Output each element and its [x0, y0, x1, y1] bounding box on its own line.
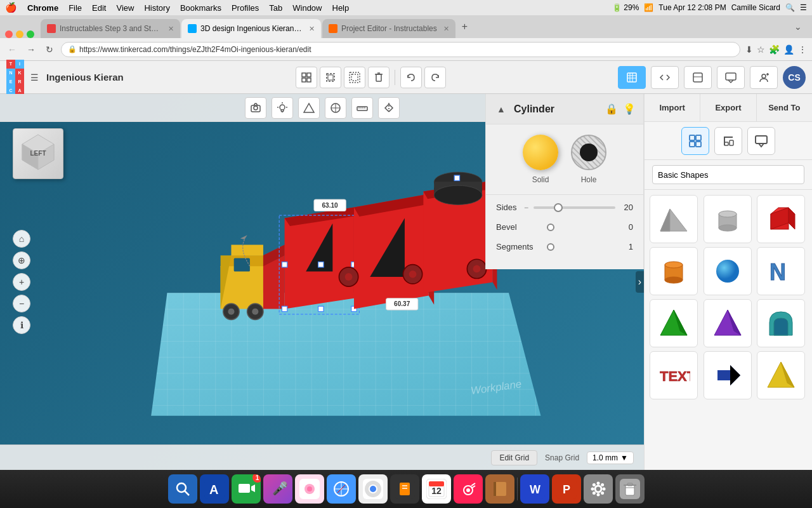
close-window-btn[interactable]	[5, 30, 13, 38]
menu-help[interactable]: Help	[332, 3, 350, 13]
align-btn[interactable]	[344, 67, 365, 88]
shape-item-box[interactable]	[757, 195, 805, 243]
view-sim-btn[interactable]	[684, 66, 712, 89]
redo-btn[interactable]	[424, 67, 446, 88]
menu-tab[interactable]: Tab	[269, 3, 282, 13]
menu-window[interactable]: Window	[292, 3, 322, 13]
export-btn[interactable]: Export	[700, 94, 756, 121]
dock-siri[interactable]: 🎤	[263, 474, 292, 504]
shape-tool-btn[interactable]	[298, 97, 320, 119]
tab-close-2[interactable]: ✕	[309, 25, 315, 33]
shape-item-arch-teal[interactable]	[757, 299, 805, 347]
dock-appstore[interactable]: A	[200, 474, 229, 504]
menu-edit[interactable]: Edit	[92, 3, 106, 13]
spotlight-icon[interactable]: 🔍	[785, 3, 795, 12]
cylinder-bulb-icon[interactable]: 💡	[623, 103, 636, 115]
apple-menu[interactable]: 🍎	[5, 2, 17, 13]
add-user-btn[interactable]	[750, 66, 778, 89]
shape-item-pyramid-purple[interactable]	[704, 299, 752, 347]
solid-option[interactable]: Solid	[523, 135, 558, 184]
sides-slider[interactable]	[534, 206, 615, 209]
align-tool-btn[interactable]	[325, 97, 346, 119]
tinkercad-logo[interactable]: T I N K E R C A	[6, 60, 25, 95]
hole-option[interactable]: Hole	[571, 135, 606, 184]
extensions-icon[interactable]: 🧩	[769, 44, 780, 55]
notification-icon[interactable]: ☰	[800, 3, 807, 12]
maximize-window-btn[interactable]	[27, 30, 34, 38]
dock: A 1 🎤 12 W	[0, 470, 812, 508]
send-to-btn[interactable]: Send To	[757, 94, 812, 121]
dock-trash[interactable]	[615, 474, 645, 504]
panel-scroll-handle[interactable]: ›	[636, 271, 644, 293]
shape-item-cylinder-orange[interactable]	[650, 247, 698, 295]
dock-book[interactable]	[485, 474, 514, 504]
dock-photos[interactable]	[295, 474, 324, 504]
bevel-dot[interactable]	[547, 224, 554, 231]
dock-powerpoint[interactable]: P	[552, 474, 581, 504]
ungroup-btn[interactable]	[320, 67, 341, 88]
back-btn[interactable]: ←	[5, 43, 19, 56]
shape-item-roof[interactable]	[650, 195, 698, 243]
shape-item-letter-n[interactable]: N	[757, 247, 805, 295]
cylinder-lock-icon[interactable]: 🔒	[605, 103, 618, 115]
hamburger-menu-btn[interactable]: ☰	[30, 72, 39, 83]
dock-word[interactable]: W	[520, 474, 549, 504]
menu-view[interactable]: View	[116, 3, 134, 13]
dock-facetime[interactable]: 1	[232, 474, 261, 504]
shape-item-cylinder[interactable]	[704, 195, 752, 243]
menu-file[interactable]: File	[69, 3, 82, 13]
mirror-tool-btn[interactable]	[378, 97, 400, 119]
view-3d-btn[interactable]	[618, 66, 646, 89]
dock-chrome[interactable]	[358, 474, 388, 504]
forward-btn[interactable]: →	[24, 43, 38, 56]
menu-bookmarks[interactable]: Bookmarks	[180, 3, 221, 13]
new-tab-btn[interactable]: +	[457, 21, 473, 32]
tab-tinkercad[interactable]: 3D design Ingenious Kieran | T ✕	[181, 19, 321, 38]
tab-project-editor[interactable]: Project Editor - Instructables ✕	[322, 19, 455, 38]
dock-calendar[interactable]: 12	[422, 474, 451, 504]
camera-tool-btn[interactable]	[245, 97, 266, 119]
profile-icon[interactable]: 👤	[783, 44, 794, 55]
tab-instructables[interactable]: Instructables Step 3 and Step... ✕	[41, 19, 180, 38]
view-chat-btn[interactable]	[717, 66, 745, 89]
dock-books[interactable]	[390, 474, 419, 504]
menu-history[interactable]: History	[144, 3, 169, 13]
minimize-window-btn[interactable]	[16, 30, 23, 38]
chrome-menu-icon[interactable]: ⋮	[798, 44, 807, 55]
panel-corner-icon-btn[interactable]	[714, 127, 742, 155]
basic-shapes-dropdown[interactable]: Basic Shapes	[652, 165, 804, 184]
tab-overflow-btn[interactable]: ⌄	[789, 22, 807, 32]
shape-item-text[interactable]: TEXT	[650, 351, 698, 399]
url-bar[interactable]: 🔒 https://www.tinkercad.com/things/eZJth…	[61, 42, 740, 57]
menu-profiles[interactable]: Profiles	[232, 3, 259, 13]
group-btn[interactable]	[296, 67, 317, 88]
panel-chat-icon-btn[interactable]	[747, 127, 775, 155]
shape-item-pyramid-green[interactable]	[650, 299, 698, 347]
dock-finder[interactable]	[168, 474, 197, 504]
view-codeblocks-btn[interactable]	[651, 66, 679, 89]
bookmark-star-icon[interactable]: ☆	[757, 44, 765, 55]
dock-settings[interactable]	[584, 474, 613, 504]
tab-close-3[interactable]: ✕	[443, 25, 449, 33]
dock-itunes[interactable]	[454, 474, 483, 504]
segments-dot[interactable]	[547, 243, 554, 251]
panel-grid-icon-btn[interactable]	[681, 127, 709, 155]
shape-item-pyramid-yellow[interactable]	[757, 351, 805, 399]
shape-item-arrow[interactable]	[704, 351, 752, 399]
snap-grid-value[interactable]: 1.0 mm ▼	[587, 451, 634, 464]
dock-safari[interactable]	[327, 474, 356, 504]
download-icon[interactable]: ⬇	[745, 44, 753, 55]
tab-close-1[interactable]: ✕	[168, 25, 174, 33]
cylinder-collapse-btn[interactable]: ▲	[494, 102, 509, 117]
shape-item-sphere[interactable]	[704, 247, 752, 295]
import-btn[interactable]: Import	[645, 94, 700, 121]
light-tool-btn[interactable]	[272, 97, 293, 119]
menu-chrome[interactable]: Chrome	[27, 3, 58, 13]
ruler-tool-btn[interactable]	[351, 97, 373, 119]
undo-btn[interactable]	[400, 67, 422, 88]
edit-grid-btn[interactable]: Edit Grid	[491, 450, 537, 465]
delete-btn[interactable]	[368, 67, 390, 88]
user-avatar[interactable]: CS	[783, 66, 806, 89]
cylinder-title: Cylinder	[514, 104, 600, 115]
reload-btn[interactable]: ↻	[43, 43, 56, 56]
